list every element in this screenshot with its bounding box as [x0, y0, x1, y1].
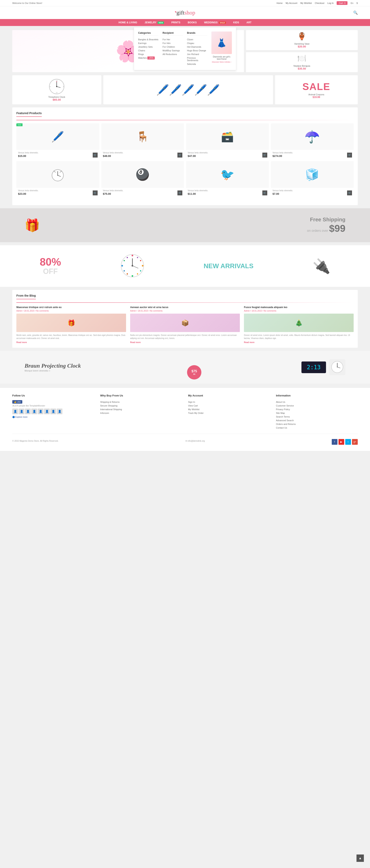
youtube-button[interactable]: ▶ [338, 439, 344, 445]
brand-jon-richard[interactable]: Jon Richard [187, 52, 207, 56]
email-contact: ✉ info@demolink.org [185, 440, 205, 442]
nav-log-in[interactable]: Log In [328, 2, 334, 4]
product-name-2: Versus Ierta vtremetio. [103, 152, 183, 154]
read-more-1[interactable]: Read more [17, 341, 27, 343]
svg-text:12: 12 [56, 92, 58, 93]
product-info-2: Versus Ierta vtremetio. $48.00 🛒 [101, 150, 184, 159]
info-search-terms[interactable]: Search Terms [276, 415, 358, 418]
follow-img-3: 👤 [25, 408, 31, 414]
feature-subtext[interactable]: Morque lorem vtremetio » [25, 369, 50, 372]
info-about-us[interactable]: About Us [276, 400, 358, 404]
nav-item-kids[interactable]: Kids [229, 19, 243, 26]
jewelry-badge: New [158, 22, 164, 24]
recipient-for-him[interactable]: For Him [162, 41, 183, 45]
nav-item-prints[interactable]: Prints [167, 19, 184, 26]
account-track-order[interactable]: Track My Order [188, 411, 270, 415]
recipient-all-reductions[interactable]: All Reductions [162, 52, 183, 56]
follow-img-1: 👤 [12, 408, 18, 414]
info-contact-us[interactable]: Contact Us [276, 426, 358, 430]
promo-section: 80% OFF [0, 245, 370, 287]
facebook-page-link[interactable]: 🔵 Explore more [12, 416, 94, 418]
promo-crayons: 🖊️🖊️🖊️🖊️🖊️ [103, 75, 273, 104]
add-cart-2[interactable]: 🛒 [178, 153, 182, 157]
googleplus-button[interactable]: g+ [352, 439, 358, 445]
nav-item-art[interactable]: Art [243, 19, 255, 26]
why-inforoom[interactable]: Inforoom [100, 411, 182, 415]
info-privacy-policy[interactable]: Privacy Policy [276, 407, 358, 411]
nav-link-home-living[interactable]: Home & Living [115, 19, 141, 26]
category-bangles[interactable]: Bangles & Bracelets [138, 38, 158, 41]
nav-item-weddings[interactable]: Weddings Sale [201, 19, 229, 26]
mega-promo-link[interactable]: Discover More Articles › [212, 61, 231, 63]
nav-link-books[interactable]: Books [184, 19, 201, 26]
facebook-button[interactable]: f [332, 439, 337, 445]
blog-title-1: Maecenas tristique orci rutrum ante eu [17, 306, 126, 309]
info-advanced-search[interactable]: Advanced Search [276, 418, 358, 422]
add-cart-8[interactable]: 🛒 [347, 190, 352, 195]
category-watches[interactable]: Watches -25% [138, 56, 158, 60]
language-selector[interactable]: En [350, 2, 353, 4]
read-more-2[interactable]: Read more [130, 341, 141, 343]
account-my-wishlist[interactable]: My Wishlist [188, 407, 270, 411]
new-badge-1: New [17, 123, 23, 126]
cart-button[interactable]: Cart: 0 [337, 1, 347, 5]
add-cart-6[interactable]: 🛒 [178, 190, 182, 195]
category-chains[interactable]: Chains [138, 49, 158, 52]
brand-hot-diamonds[interactable]: Hot Diamonds [187, 45, 207, 49]
add-cart-4[interactable]: 🛒 [347, 153, 352, 157]
brand-clizen[interactable]: Clizen [187, 38, 207, 41]
blog-meta-1: Admin • 18.01.2015 • No comments [17, 310, 126, 312]
product-info-3: Versus Ierta vtremetio. $47.00 🛒 [186, 150, 269, 159]
nav-my-account[interactable]: My Account [286, 2, 297, 4]
svg-point-29 [124, 260, 125, 261]
footer-email[interactable]: info@demolink.org [188, 440, 205, 442]
category-jewellery-sets[interactable]: Jewellery Sets [138, 45, 158, 49]
add-cart-7[interactable]: 🛒 [263, 190, 267, 195]
nav-link-weddings[interactable]: Weddings Sale [201, 19, 229, 26]
nav-home[interactable]: Home [277, 2, 283, 4]
product-info-7: Versus Ierta vtremetio. $11.00 🛒 [186, 188, 269, 197]
brand-hugo-boss[interactable]: Hugo Boss Orange [187, 49, 207, 52]
account-sign-in[interactable]: Sign In [188, 400, 270, 404]
nav-my-wishlist[interactable]: My Wishlist [301, 2, 312, 4]
nav-item-books[interactable]: Books [184, 19, 201, 26]
nav-link-prints[interactable]: Prints [167, 19, 184, 26]
read-more-3[interactable]: Read more [244, 341, 254, 343]
nav-link-art[interactable]: Art [243, 19, 255, 26]
nav-item-home-living[interactable]: Home & Living [115, 19, 141, 26]
add-cart-3[interactable]: 🛒 [263, 153, 267, 157]
category-earrings[interactable]: Earrings [138, 41, 158, 45]
currency-selector[interactable]: $ [357, 2, 358, 4]
brand-precious-sentiments[interactable]: Precious Sentiments [187, 56, 207, 62]
why-secure-shopping[interactable]: Secure Shopping [100, 404, 182, 407]
nav-checkout[interactable]: Checkout [315, 2, 324, 4]
site-logo[interactable]: ♥giftshop [175, 9, 195, 16]
blog-title: From the Blog [17, 294, 36, 299]
account-view-cart[interactable]: View Cart [188, 404, 270, 407]
why-shipping-returns[interactable]: Shipping & Returns [100, 400, 182, 404]
recipient-for-her[interactable]: For Her [162, 38, 183, 41]
like-button[interactable]: 👍 Like [12, 400, 22, 404]
why-international-shipping[interactable]: International Shipping [100, 407, 182, 411]
info-customer-service[interactable]: Customer Service [276, 404, 358, 407]
search-button[interactable]: 🔍 [353, 10, 358, 15]
nav-item-jewelry[interactable]: Jewelry New [141, 19, 167, 26]
recipient-multibuy[interactable]: MultiBuy Savings [162, 49, 183, 52]
information-list: About Us Customer Service Privacy Policy… [276, 400, 358, 430]
twitter-button[interactable]: t [345, 439, 351, 445]
follow-images-grid: 👤 👤 👤 👤 👤 👤 👤 👤 [12, 408, 94, 414]
brand-sekonda[interactable]: Sekonda [187, 62, 207, 66]
info-orders-returns[interactable]: Orders and Returns [276, 422, 358, 426]
info-site-map[interactable]: Site Map [276, 411, 358, 415]
free-shipping-text: Free Shipping on orders over $99 [307, 216, 345, 234]
product-card-4: ☂️ Versus Ierta vtremetio. $274.00 🛒 [271, 123, 354, 159]
brand-clogau[interactable]: Clogau [187, 41, 207, 45]
recipient-for-children[interactable]: For Children [162, 45, 183, 49]
featured-divider [17, 120, 353, 120]
nav-link-kids[interactable]: Kids [229, 19, 243, 26]
nav-link-jewelry[interactable]: Jewelry New [141, 19, 167, 26]
product-name-8: Versus Ierta vtremetio. [273, 189, 352, 192]
add-cart-1[interactable]: 🛒 [93, 153, 98, 157]
category-rings[interactable]: Rings [138, 52, 158, 56]
add-cart-5[interactable]: 🛒 [93, 190, 98, 195]
